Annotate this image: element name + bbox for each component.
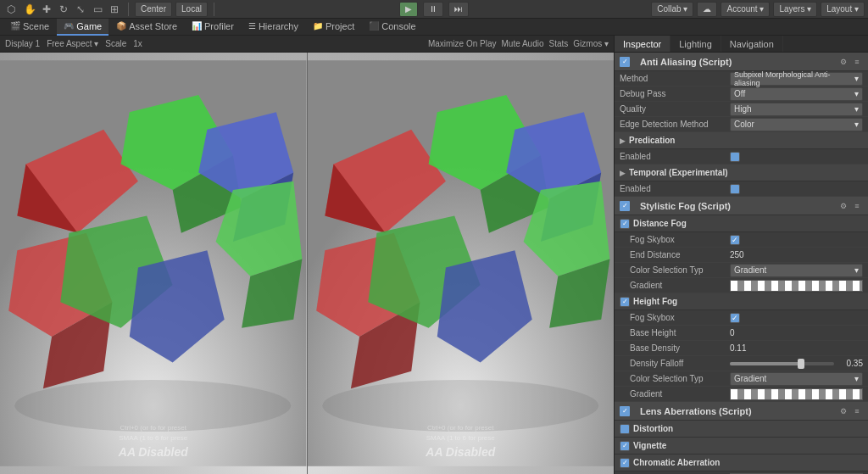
unity-logo-icon[interactable]: ⬡ [3,2,19,17]
base-height-value[interactable]: 0 [730,328,735,337]
rotate-tool-icon[interactable]: ↻ [56,2,71,17]
base-density-value[interactable]: 0.11 [730,343,746,353]
account-button[interactable]: Account ▾ [721,2,770,17]
tab-game[interactable]: 🎮 Game [57,19,108,36]
vignette-header[interactable]: Vignette [615,438,868,454]
component-settings-icon[interactable]: ⚙ [837,56,849,68]
tab-console-label: Console [381,21,415,31]
canvas-right-hint: Ctrl+0 (or fo for preset [427,424,493,432]
game-canvas: Ctrl+0 (or fo for preset SMAA (1 to 6 fo… [0,53,614,474]
rect-tool-icon[interactable]: ▭ [90,2,105,17]
lens-aberrations-title: Lens Aberrations (Script) [640,406,834,416]
lens-aberrations-settings-icon[interactable]: ⚙ [837,405,849,417]
center-button[interactable]: Center [135,2,172,17]
temporal-enabled-checkbox[interactable] [730,184,740,194]
step-button[interactable]: ⏭ [448,2,469,17]
height-fog-skybox-checkbox[interactable] [730,313,740,323]
tab-profiler-label: Profiler [204,21,234,31]
scale-tool-icon[interactable]: ⤡ [73,2,88,17]
profiler-icon: 📊 [192,21,202,31]
lens-aberrations-menu-icon[interactable]: ≡ [851,405,863,417]
chromatic-aberration-checkbox[interactable] [620,458,630,468]
stats-btn[interactable]: Stats [549,39,569,48]
tab-navigation[interactable]: Navigation [721,36,783,52]
distance-fog-header[interactable]: Distance Fog [615,215,868,232]
hand-tool-icon[interactable]: ✋ [22,2,37,17]
distortion-checkbox[interactable] [620,424,630,434]
layout-label: Layout ▾ [826,4,859,14]
predication-enabled-label: Enabled [620,152,730,161]
distance-fog-skybox-checkbox[interactable] [730,235,740,245]
chromatic-aberration-header[interactable]: Chromatic Aberration [615,454,868,471]
density-falloff-row: Density Falloff 0.35 [615,356,868,371]
tab-project[interactable]: 📁 Project [306,19,361,36]
height-fog-header[interactable]: Height Fog [615,293,868,310]
height-fog-checkbox[interactable] [620,297,630,307]
density-falloff-value: 0.35 [837,359,863,368]
tab-inspector[interactable]: Inspector [615,36,670,52]
canvas-left-hint: Ctrl+0 (or fo for preset [120,424,186,432]
edge-detection-dropdown[interactable]: Color ▾ [730,118,863,131]
move-tool-icon[interactable]: ✚ [39,2,54,17]
canvas-left: Ctrl+0 (or fo for preset SMAA (1 to 6 fo… [0,53,308,474]
debug-pass-dropdown[interactable]: Off ▾ [730,87,863,101]
stylistic-fog-header[interactable]: ✓ Stylistic Fog (Script) ⚙ ≡ [615,197,868,215]
end-distance-value[interactable]: 250 [730,250,744,259]
maximize-on-play-btn[interactable]: Maximize On Play [428,39,497,48]
stylistic-fog-menu-icon[interactable]: ≡ [851,200,863,212]
color-selection-type-dropdown[interactable]: Gradient ▾ [730,264,863,277]
gizmos-btn[interactable]: Gizmos ▾ [573,39,609,48]
local-label: Local [181,4,202,14]
stylistic-fog-settings-icon[interactable]: ⚙ [837,200,849,212]
transform-tool-icon[interactable]: ⊞ [107,2,122,17]
end-distance-row: End Distance 250 [615,248,868,263]
method-chevron: ▾ [854,74,859,83]
tab-scene-label: Scene [23,21,49,31]
cloud-button[interactable]: ☁ [697,2,717,17]
anti-aliasing-header[interactable]: ✓ Anti Aliasing (Script) ⚙ ≡ [615,53,868,71]
component-menu-icon[interactable]: ≡ [851,56,863,68]
scene-icon: 🎬 [10,21,20,31]
stylistic-fog-title: Stylistic Fog (Script) [640,201,834,211]
tab-lighting[interactable]: Lighting [670,36,721,52]
predication-header[interactable]: ▶ Predication [615,132,868,149]
tab-scene[interactable]: 🎬 Scene [3,19,56,36]
height-gradient-bar[interactable] [730,388,863,400]
quality-label: Quality [620,104,730,114]
mute-audio-btn[interactable]: Mute Audio [501,39,543,48]
height-color-selection-dropdown[interactable]: Gradient ▾ [730,372,863,386]
base-density-label: Base Density [620,343,730,353]
distortion-title: Distortion [633,424,673,433]
top-menu-bar: ⬡ ✋ ✚ ↻ ⤡ ▭ ⊞ Center Local ▶ ⏸ ⏭ Collab … [0,0,868,19]
display-label[interactable]: Display 1 [5,39,40,48]
play-button[interactable]: ▶ [399,2,418,17]
tab-asset-store[interactable]: 📦 Asset Store [109,19,184,36]
predication-enabled-checkbox[interactable] [730,152,740,162]
aspect-label[interactable]: Free Aspect ▾ [47,39,98,48]
separator-2 [214,3,214,16]
quality-dropdown[interactable]: High ▾ [730,103,863,116]
density-falloff-thumb[interactable] [798,359,804,369]
layers-button[interactable]: Layers ▾ [773,2,817,17]
tab-hierarchy[interactable]: ☰ Hierarchy [242,19,305,36]
tab-asset-label: Asset Store [129,21,177,31]
distance-fog-skybox-label: Fog Skybox [620,235,730,244]
vignette-checkbox[interactable] [620,441,630,451]
local-button[interactable]: Local [175,2,208,17]
method-dropdown[interactable]: Subpixel Morphological Anti-aliasing ▾ [730,72,863,86]
temporal-header[interactable]: ▶ Temporal (Experimental) [615,165,868,181]
density-falloff-slider[interactable] [730,362,834,365]
tab-profiler[interactable]: 📊 Profiler [185,19,241,36]
distance-fog-checkbox[interactable] [620,219,630,229]
lens-aberrations-header[interactable]: ✓ Lens Aberrations (Script) ⚙ ≡ [615,402,868,421]
game-view: Display 1 Free Aspect ▾ Scale 1x Maximiz… [0,36,614,474]
distortion-header[interactable]: Distortion [615,421,868,438]
collab-button[interactable]: Collab ▾ [651,2,693,17]
transform-tools: ✋ ✚ ↻ ⤡ ▭ ⊞ [22,2,122,17]
stylistic-fog-actions: ⚙ ≡ [837,200,863,212]
distance-gradient-bar[interactable] [730,280,863,292]
pause-button[interactable]: ⏸ [423,2,443,17]
layout-button[interactable]: Layout ▾ [821,2,865,17]
component-header-actions: ⚙ ≡ [837,56,863,68]
tab-console[interactable]: ⬛ Console [362,19,422,36]
